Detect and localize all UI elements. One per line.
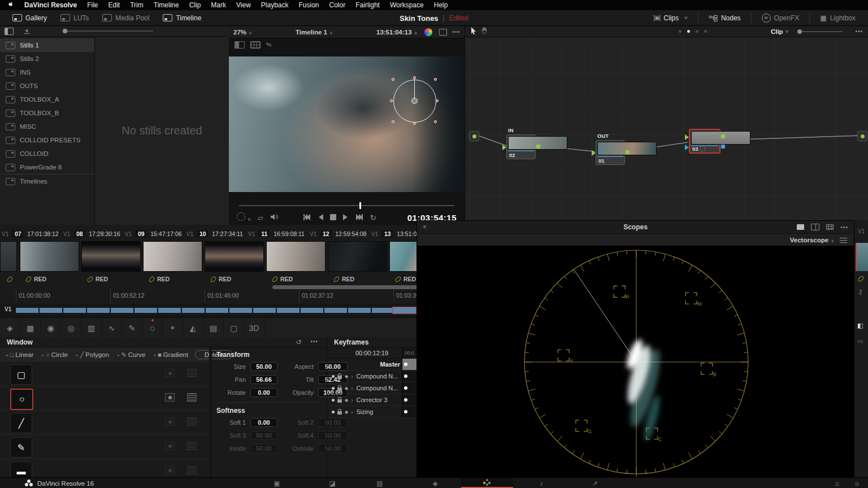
settings-gear-icon[interactable]: ☼ bbox=[854, 480, 860, 487]
node-03-selected[interactable]: 03 bbox=[689, 129, 721, 154]
window-options-menu[interactable]: ••• bbox=[310, 338, 318, 346]
menu-item[interactable]: Trim bbox=[130, 1, 144, 9]
gallery-album-item[interactable]: Stills 2 bbox=[0, 52, 94, 66]
window-shape-row[interactable]: ╱ bbox=[0, 411, 209, 435]
source-node[interactable] bbox=[469, 131, 479, 141]
expand-chevron-icon[interactable]: › bbox=[351, 409, 353, 415]
header-panel-button[interactable]: LUTs bbox=[54, 10, 96, 26]
gallery-album-item[interactable]: Timelines bbox=[0, 174, 94, 188]
add-window-shape-button[interactable]: + ○ Circle bbox=[41, 351, 68, 359]
gallery-album-item[interactable]: INS bbox=[0, 66, 94, 79]
add-window-shape-button[interactable]: + ■ Gradient bbox=[153, 351, 188, 359]
keyframe-track-row[interactable]: ◆ › Sizing bbox=[327, 406, 416, 418]
gallery-album-item[interactable]: TOOLBOX_B bbox=[0, 106, 94, 120]
enable-dot-icon[interactable] bbox=[332, 375, 335, 378]
playhead[interactable] bbox=[359, 202, 361, 209]
play-reverse-button[interactable] bbox=[318, 213, 323, 222]
close-icon[interactable]: × bbox=[423, 223, 427, 231]
window-center-handle[interactable] bbox=[411, 98, 418, 104]
go-to-end-button[interactable] bbox=[355, 213, 363, 222]
menu-item[interactable]: File bbox=[87, 1, 98, 9]
window-shape-row[interactable]: ▬ bbox=[0, 459, 209, 477]
field-value[interactable]: 50.00 bbox=[250, 431, 277, 440]
menu-item[interactable]: Edit bbox=[108, 1, 120, 9]
gallery-album-item[interactable]: MISC bbox=[0, 120, 94, 133]
go-to-start-button[interactable] bbox=[303, 213, 311, 222]
apple-logo-icon[interactable] bbox=[8, 1, 14, 9]
shape-preview[interactable]: ○ bbox=[10, 389, 33, 410]
keyframe-track-row[interactable]: ◆ › Master bbox=[327, 359, 416, 371]
shape-preview[interactable]: ╱ bbox=[10, 413, 32, 433]
gallery-album-item[interactable]: COLLOID bbox=[0, 147, 94, 160]
reset-icon[interactable]: ↺ bbox=[296, 338, 301, 346]
menu-item[interactable]: View bbox=[236, 1, 251, 9]
add-window-shape-button[interactable]: + □ Linear bbox=[6, 351, 33, 359]
split-screen-icon[interactable] bbox=[235, 41, 245, 49]
enable-dot-icon[interactable] bbox=[332, 387, 335, 390]
add-window-shape-button[interactable]: + ✎ Curve bbox=[117, 351, 146, 359]
keyframe-track-row[interactable]: ◆ › Compound N... bbox=[327, 371, 416, 382]
mask-mode-icon[interactable] bbox=[187, 466, 197, 474]
deliver-page-icon[interactable]: ↗ bbox=[569, 478, 621, 488]
openfx-toggle-button[interactable]: fx OpenFX bbox=[755, 10, 806, 26]
layers-icon[interactable]: ▱ bbox=[258, 213, 263, 222]
magic-wand-icon[interactable]: ✎ bbox=[265, 40, 274, 50]
lightbox-toggle-button[interactable]: ▦ Lightbox bbox=[813, 10, 862, 26]
nodes-toggle-button[interactable]: Nodes bbox=[702, 10, 748, 26]
enable-dot-icon[interactable] bbox=[332, 411, 335, 413]
grade-indicator-icon[interactable] bbox=[424, 28, 432, 36]
keyframe-track-row[interactable]: ◆ › Compound N... bbox=[327, 382, 416, 394]
mask-mode-icon[interactable] bbox=[187, 442, 197, 450]
enable-dot-icon[interactable] bbox=[332, 399, 335, 402]
gallery-album-item[interactable]: PowerGrade 8 bbox=[0, 160, 94, 174]
lock-icon[interactable] bbox=[337, 387, 342, 391]
node-view-select[interactable]: Clip∨ bbox=[771, 28, 789, 35]
keyframe-lane[interactable] bbox=[402, 359, 416, 370]
timeline-clip[interactable]: V1 07 17:01:38:12 RED bbox=[2, 225, 63, 287]
field-value[interactable]: 50.00 bbox=[250, 362, 277, 371]
pan-hand-icon[interactable] bbox=[481, 27, 488, 36]
menu-item[interactable]: Help bbox=[434, 1, 448, 9]
invert-mask-icon[interactable] bbox=[165, 442, 175, 450]
loop-button[interactable]: ↻ bbox=[370, 213, 376, 222]
menu-item[interactable]: Color bbox=[329, 1, 346, 9]
scope-settings-icon[interactable] bbox=[840, 237, 847, 243]
window-shape-row[interactable]: ✎ bbox=[0, 435, 209, 459]
keyframe-lane[interactable] bbox=[402, 371, 416, 382]
app-menu-name[interactable]: DaVinci Resolve bbox=[24, 1, 77, 9]
import-still-icon[interactable]: ▼ bbox=[24, 29, 30, 34]
header-panel-button[interactable]: Media Pool bbox=[96, 10, 156, 26]
add-window-shape-button[interactable]: + ╱ Polygon bbox=[76, 351, 109, 359]
field-value[interactable]: 0.00 bbox=[250, 388, 277, 397]
cut-page-icon[interactable]: ◪ bbox=[306, 478, 358, 488]
shape-preview[interactable]: ✎ bbox=[10, 437, 32, 457]
dual-scope-layout-icon[interactable] bbox=[811, 224, 819, 230]
keyframe-diamond-icon[interactable]: ◆ bbox=[345, 409, 348, 415]
color-page-icon[interactable] bbox=[461, 478, 513, 488]
window-shape-row[interactable]: ▢ bbox=[0, 362, 209, 386]
fairlight-page-icon[interactable]: ♪ bbox=[515, 478, 567, 488]
gallery-album-item[interactable]: OUTS bbox=[0, 79, 94, 93]
edit-page-icon[interactable]: ▤ bbox=[354, 478, 406, 488]
viewer-zoom-select[interactable]: 27%∨ bbox=[233, 29, 252, 36]
expand-chevron-icon[interactable]: › bbox=[351, 373, 353, 380]
timeline-clip[interactable]: V1 08 17:28:30:16 RED bbox=[63, 225, 125, 287]
node-02[interactable]: IN 02 bbox=[506, 134, 536, 159]
highlight-icon[interactable]: ◧ bbox=[857, 322, 863, 329]
node-01[interactable]: OUT 01 bbox=[596, 140, 625, 165]
selected-track-segment[interactable] bbox=[392, 307, 416, 314]
timeline-clip[interactable]: V1 12 12:59:54:08 RED bbox=[310, 225, 371, 287]
node-zoom-slider[interactable] bbox=[797, 31, 843, 32]
panel-toggle-icon[interactable] bbox=[5, 28, 14, 35]
menu-item[interactable]: Fusion bbox=[299, 1, 319, 9]
shape-preview[interactable]: ▢ bbox=[10, 364, 32, 385]
mask-mode-icon[interactable] bbox=[187, 393, 197, 402]
audio-mute-icon[interactable] bbox=[270, 213, 278, 222]
invert-mask-icon[interactable] bbox=[165, 466, 175, 474]
menu-item[interactable]: Clip bbox=[189, 1, 201, 9]
keyframe-track-row[interactable]: ◆ › Corrector 3 bbox=[327, 394, 416, 406]
single-scope-layout-icon[interactable] bbox=[797, 224, 804, 230]
node-page-dots[interactable] bbox=[679, 30, 707, 33]
lock-icon[interactable] bbox=[337, 411, 342, 415]
partial-clip-thumbnail[interactable] bbox=[856, 243, 868, 271]
